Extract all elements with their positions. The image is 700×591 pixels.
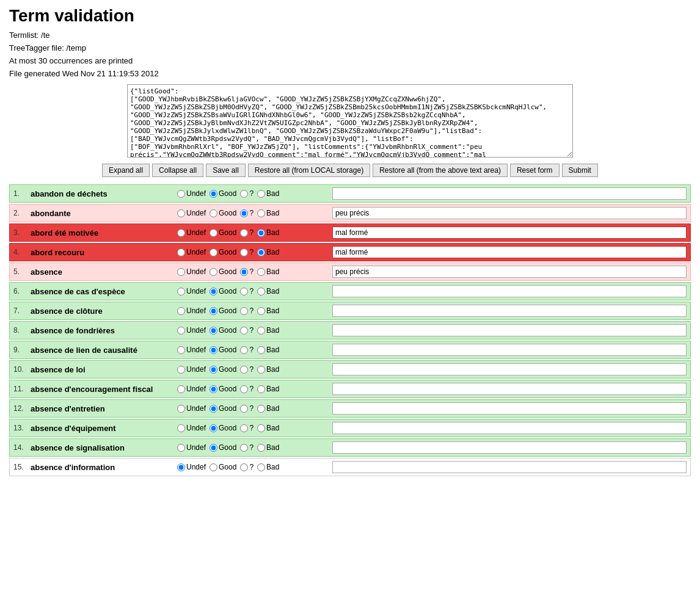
radio-undef[interactable]: Undef <box>177 385 206 393</box>
row-comment-input[interactable] <box>332 363 687 375</box>
radio-input-undef[interactable] <box>177 268 185 276</box>
radio-undef[interactable]: Undef <box>177 209 206 217</box>
radio-good[interactable]: Good <box>210 209 236 217</box>
radio-good[interactable]: Good <box>210 326 236 335</box>
radio-input-good[interactable] <box>210 327 217 335</box>
radio-input-good[interactable] <box>210 346 217 354</box>
radio-undef[interactable]: Undef <box>177 404 206 413</box>
radio-bad[interactable]: Bad <box>257 209 279 217</box>
radio-undef[interactable]: Undef <box>177 326 206 335</box>
radio-q[interactable]: ? <box>240 228 253 237</box>
radio-input-bad[interactable] <box>257 229 265 237</box>
radio-input-q[interactable] <box>240 190 248 198</box>
radio-input-undef[interactable] <box>177 385 185 393</box>
radio-undef[interactable]: Undef <box>177 443 206 452</box>
radio-good[interactable]: Good <box>210 404 236 413</box>
radio-input-q[interactable] <box>240 229 248 237</box>
radio-good[interactable]: Good <box>210 287 236 296</box>
radio-input-bad[interactable] <box>257 190 265 198</box>
radio-q[interactable]: ? <box>240 424 253 432</box>
radio-bad[interactable]: Bad <box>257 346 279 354</box>
row-comment-input[interactable] <box>332 324 687 336</box>
radio-undef[interactable]: Undef <box>177 365 206 374</box>
radio-input-undef[interactable] <box>177 444 185 452</box>
row-comment-input[interactable] <box>332 461 687 473</box>
radio-input-bad[interactable] <box>257 327 265 335</box>
radio-good[interactable]: Good <box>210 306 236 315</box>
radio-input-q[interactable] <box>240 209 248 217</box>
radio-input-bad[interactable] <box>257 444 265 452</box>
radio-undef[interactable]: Undef <box>177 346 206 354</box>
radio-q[interactable]: ? <box>240 326 253 335</box>
radio-bad[interactable]: Bad <box>257 267 279 276</box>
radio-good[interactable]: Good <box>210 346 236 354</box>
radio-q[interactable]: ? <box>240 248 253 256</box>
row-comment-input[interactable] <box>332 187 687 200</box>
row-comment-input[interactable] <box>332 285 687 297</box>
radio-input-good[interactable] <box>210 424 217 432</box>
radio-input-bad[interactable] <box>257 424 265 432</box>
radio-input-undef[interactable] <box>177 248 185 256</box>
radio-q[interactable]: ? <box>240 189 253 198</box>
radio-good[interactable]: Good <box>210 424 236 432</box>
row-comment-input[interactable] <box>332 266 687 278</box>
radio-input-bad[interactable] <box>257 288 265 296</box>
radio-input-q[interactable] <box>240 327 248 335</box>
restore-textarea-button[interactable]: Restore all (from the above text area) <box>373 164 508 177</box>
radio-input-bad[interactable] <box>257 248 265 256</box>
radio-input-bad[interactable] <box>257 268 265 276</box>
row-comment-input[interactable] <box>332 441 687 454</box>
radio-good[interactable]: Good <box>210 443 236 452</box>
radio-good[interactable]: Good <box>210 248 236 256</box>
radio-bad[interactable]: Bad <box>257 306 279 315</box>
radio-undef[interactable]: Undef <box>177 287 206 296</box>
radio-input-undef[interactable] <box>177 229 185 237</box>
radio-input-undef[interactable] <box>177 405 185 413</box>
radio-undef[interactable]: Undef <box>177 267 206 276</box>
radio-good[interactable]: Good <box>210 365 236 374</box>
radio-input-undef[interactable] <box>177 463 185 471</box>
radio-good[interactable]: Good <box>210 228 236 237</box>
radio-q[interactable]: ? <box>240 385 253 393</box>
radio-good[interactable]: Good <box>210 463 236 471</box>
radio-bad[interactable]: Bad <box>257 287 279 296</box>
radio-input-bad[interactable] <box>257 463 265 471</box>
radio-bad[interactable]: Bad <box>257 189 279 198</box>
radio-input-q[interactable] <box>240 307 248 315</box>
radio-q[interactable]: ? <box>240 209 253 217</box>
radio-input-bad[interactable] <box>257 346 265 354</box>
radio-input-undef[interactable] <box>177 190 185 198</box>
row-comment-input[interactable] <box>332 207 687 219</box>
radio-q[interactable]: ? <box>240 404 253 413</box>
radio-input-q[interactable] <box>240 366 248 374</box>
radio-input-undef[interactable] <box>177 327 185 335</box>
radio-input-good[interactable] <box>210 405 217 413</box>
restore-local-button[interactable]: Restore all (from LOCAL storage) <box>248 164 370 177</box>
radio-input-good[interactable] <box>210 190 217 198</box>
radio-bad[interactable]: Bad <box>257 463 279 471</box>
radio-input-good[interactable] <box>210 229 217 237</box>
radio-undef[interactable]: Undef <box>177 228 206 237</box>
collapse-all-button[interactable]: Collapse all <box>152 164 203 177</box>
radio-input-undef[interactable] <box>177 288 185 296</box>
radio-input-q[interactable] <box>240 463 248 471</box>
radio-input-good[interactable] <box>210 385 217 393</box>
row-comment-input[interactable] <box>332 422 687 434</box>
radio-input-undef[interactable] <box>177 209 185 217</box>
radio-input-q[interactable] <box>240 346 248 354</box>
row-comment-input[interactable] <box>332 227 687 239</box>
radio-input-undef[interactable] <box>177 346 185 354</box>
json-textarea[interactable] <box>127 84 573 158</box>
radio-input-good[interactable] <box>210 463 217 471</box>
radio-input-bad[interactable] <box>257 385 265 393</box>
radio-bad[interactable]: Bad <box>257 228 279 237</box>
row-comment-input[interactable] <box>332 344 687 356</box>
radio-input-bad[interactable] <box>257 366 265 374</box>
row-comment-input[interactable] <box>332 246 687 258</box>
radio-input-bad[interactable] <box>257 307 265 315</box>
radio-input-good[interactable] <box>210 268 217 276</box>
radio-input-q[interactable] <box>240 268 248 276</box>
radio-input-good[interactable] <box>210 366 217 374</box>
radio-input-q[interactable] <box>240 405 248 413</box>
radio-bad[interactable]: Bad <box>257 248 279 256</box>
